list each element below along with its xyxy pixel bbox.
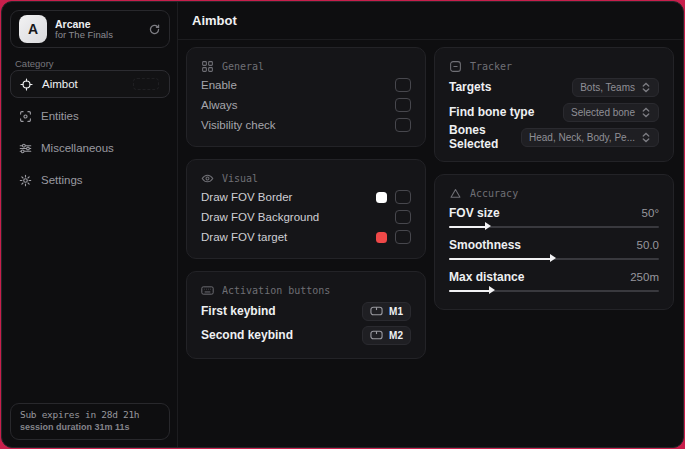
bones-selected-dropdown[interactable]: Head, Neck, Body, Pe... (521, 128, 659, 147)
card-title: General (222, 61, 264, 72)
sidebar: A Arcane for The Finals Category Aimbot … (2, 2, 178, 447)
dropdown-value: Bots, Teams (580, 82, 635, 93)
right-column: Tracker Targets Bots, Teams Find bone ty… (434, 47, 674, 322)
setting-label: First keybind (201, 304, 276, 318)
setting-label: Second keybind (201, 328, 293, 342)
card-title: Tracker (470, 61, 512, 72)
setting-label: Find bone type (449, 105, 534, 119)
app-subtitle: for The Finals (55, 30, 140, 41)
targets-dropdown[interactable]: Bots, Teams (572, 78, 659, 97)
draw-fov-border-checkbox[interactable] (395, 190, 411, 204)
draw-fov-background-checkbox[interactable] (395, 210, 411, 224)
fov-border-color-swatch[interactable] (376, 192, 387, 203)
refresh-icon[interactable] (148, 23, 161, 36)
slider-label: FOV size (449, 206, 500, 220)
mouse-icon (370, 330, 383, 340)
max-distance-slider[interactable] (449, 287, 659, 295)
subscription-info: Sub expires in 28d 21h session duration … (10, 403, 170, 440)
setting-row-targets: Targets Bots, Teams (449, 77, 659, 97)
setting-row-draw-fov-target: Draw FOV target (201, 230, 411, 244)
sub-expires-text: Sub expires in 28d 21h (20, 409, 160, 420)
session-duration-text: session duration 31m 11s (20, 422, 160, 432)
dropdown-value: Selected bone (571, 107, 635, 118)
main-area: Aimbot General Enable (178, 2, 683, 447)
find-bone-type-dropdown[interactable]: Selected bone (563, 103, 659, 122)
setting-row-find-bone-type: Find bone type Selected bone (449, 102, 659, 122)
activation-card: Activation buttons First keybind M1 Seco… (186, 271, 426, 359)
general-card: General Enable Always Visibility check (186, 47, 426, 147)
sidebar-item-label: Miscellaneous (41, 142, 114, 154)
crosshair-icon (20, 78, 33, 91)
keybind-value: M2 (389, 330, 403, 341)
slider-thumb[interactable] (485, 222, 491, 230)
visibility-check-checkbox[interactable] (395, 118, 411, 132)
app-window: A Arcane for The Finals Category Aimbot … (1, 1, 684, 448)
keybind-value: M1 (389, 306, 403, 317)
setting-row-visibility-check: Visibility check (201, 118, 411, 132)
draw-fov-target-checkbox[interactable] (395, 230, 411, 244)
slider-label: Smoothness (449, 238, 521, 252)
keyboard-icon (201, 284, 214, 297)
setting-row-always: Always (201, 98, 411, 112)
card-title: Activation buttons (222, 285, 330, 296)
triangle-icon (449, 187, 462, 200)
fov-size-slider-group: FOV size 50° (449, 205, 659, 231)
first-keybind-button[interactable]: M1 (362, 302, 411, 321)
slider-thumb[interactable] (550, 254, 556, 262)
slider-fill (449, 290, 491, 292)
scan-icon (19, 110, 32, 123)
sidebar-item-aimbot[interactable]: Aimbot (10, 70, 170, 98)
category-label: Category (15, 58, 54, 69)
setting-row-draw-fov-background: Draw FOV Background (201, 210, 411, 224)
sidebar-item-miscellaneous[interactable]: Miscellaneous (10, 134, 170, 162)
slider-thumb[interactable] (489, 286, 495, 294)
tracker-card-header: Tracker (449, 60, 659, 72)
setting-label: Draw FOV Border (201, 191, 292, 203)
grid-icon (201, 60, 214, 73)
gear-icon (19, 174, 32, 187)
second-keybind-button[interactable]: M2 (362, 326, 411, 345)
enable-checkbox[interactable] (395, 78, 411, 92)
sidebar-item-entities[interactable]: Entities (10, 102, 170, 130)
always-checkbox[interactable] (395, 98, 411, 112)
sidebar-item-label: Entities (41, 110, 79, 122)
accuracy-card-header: Accuracy (449, 187, 659, 199)
setting-label: Visibility check (201, 119, 276, 131)
dropdown-value: Head, Neck, Body, Pe... (529, 132, 635, 143)
setting-label: Draw FOV target (201, 231, 287, 243)
eye-icon (201, 172, 214, 185)
slider-value: 50° (642, 207, 659, 219)
screen: A Arcane for The Finals Category Aimbot … (0, 0, 685, 449)
sidebar-item-settings[interactable]: Settings (10, 166, 170, 194)
smoothness-slider[interactable] (449, 255, 659, 263)
slider-label: Max distance (449, 270, 524, 284)
setting-label: Targets (449, 80, 491, 94)
app-name: Arcane (55, 18, 140, 30)
mouse-icon (370, 306, 383, 316)
activation-card-header: Activation buttons (201, 284, 411, 296)
slider-value: 50.0 (637, 239, 659, 251)
sidebar-item-label: Settings (41, 174, 83, 186)
slider-value: 250m (630, 271, 659, 283)
setting-label: Bones Selected (449, 123, 521, 151)
fov-size-slider[interactable] (449, 223, 659, 231)
setting-label: Draw FOV Background (201, 211, 319, 223)
fov-target-color-swatch[interactable] (376, 232, 387, 243)
smoothness-slider-group: Smoothness 50.0 (449, 237, 659, 263)
tracker-card: Tracker Targets Bots, Teams Find bone ty… (434, 47, 674, 162)
accuracy-card: Accuracy FOV size 50° (434, 174, 674, 310)
setting-row-bones-selected: Bones Selected Head, Neck, Body, Pe... (449, 127, 659, 147)
slider-fill (449, 258, 552, 260)
target-box-icon (449, 60, 462, 73)
setting-row-enable: Enable (201, 78, 411, 92)
max-distance-slider-group: Max distance 250m (449, 269, 659, 295)
card-title: Accuracy (470, 188, 518, 199)
keybind-hint (133, 78, 159, 90)
slider-fill (449, 226, 487, 228)
sidebar-nav: Aimbot Entities Miscellaneous Settings (10, 70, 170, 198)
app-logo: A (19, 15, 47, 43)
card-title: Visual (222, 173, 258, 184)
visual-card-header: Visual (201, 172, 411, 184)
sliders-icon (19, 142, 32, 155)
app-title-block: Arcane for The Finals (55, 18, 140, 41)
